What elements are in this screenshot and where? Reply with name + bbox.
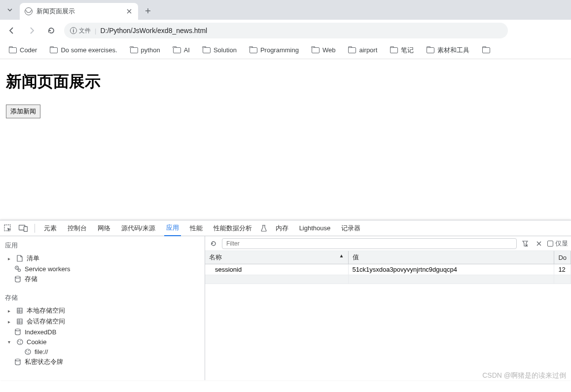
bookmark-item[interactable]	[478, 45, 494, 55]
only-show-toggle[interactable]: 仅显	[547, 239, 568, 248]
grid-icon	[16, 307, 24, 315]
tree-item-manifest[interactable]: ▸ 清单	[0, 253, 205, 264]
svg-point-4	[16, 267, 17, 268]
tree-item-private-tokens[interactable]: 私密状态令牌	[0, 356, 205, 367]
inspect-icon[interactable]	[4, 224, 12, 232]
devtools-main: 仅显 名称▲ 值 Do sessionid 51ck1ysxdoa3povyvy…	[205, 236, 571, 380]
svg-point-10	[17, 339, 23, 345]
close-tab-button[interactable]	[125, 7, 133, 15]
folder-icon	[482, 47, 490, 53]
back-button[interactable]	[5, 24, 19, 37]
address-bar[interactable]: i 文件 | D:/Python/JsWork/exd8_news.html	[64, 23, 508, 38]
svg-point-12	[20, 340, 21, 341]
bookmarks-bar: Coder Do some exercises. python AI Solut…	[0, 41, 571, 59]
grid-icon	[16, 318, 24, 325]
devtools-tab-recorder[interactable]: 记录器	[339, 221, 362, 236]
site-info[interactable]: i 文件	[70, 27, 91, 35]
devtools-tab-lighthouse[interactable]: Lighthouse	[297, 221, 333, 235]
svg-point-18	[15, 359, 20, 361]
folder-icon	[250, 47, 257, 53]
reload-button[interactable]	[44, 24, 58, 37]
devtools-tab-console[interactable]: 控制台	[66, 221, 89, 236]
page-heading: 新闻页面展示	[6, 71, 565, 93]
filter-input[interactable]	[222, 238, 517, 249]
sidebar-section-app: 应用	[0, 238, 205, 253]
experiment-icon	[261, 225, 267, 232]
devtools-body: 应用 ▸ 清单 Service workers 存储 存储 ▸ 本地存储空间	[0, 236, 571, 380]
cell-d: 12	[554, 264, 571, 275]
folder-icon	[50, 47, 58, 53]
bookmark-item[interactable]: Web	[308, 44, 340, 56]
devtools-tab-elements[interactable]: 元素	[42, 221, 59, 236]
cell-name: sessionid	[205, 264, 348, 275]
column-value[interactable]: 值	[348, 251, 554, 264]
document-icon	[16, 254, 24, 262]
database-icon	[14, 275, 22, 283]
devtools-tab-network[interactable]: 网络	[96, 221, 112, 236]
new-tab-button[interactable]	[141, 4, 155, 18]
tree-item-cookie[interactable]: ▾ Cookie	[0, 337, 205, 347]
refresh-button[interactable]	[208, 238, 219, 249]
svg-rect-8	[17, 319, 22, 324]
svg-point-5	[18, 269, 21, 272]
svg-point-17	[28, 353, 29, 354]
column-name[interactable]: 名称▲	[205, 251, 348, 264]
svg-point-9	[15, 329, 20, 331]
svg-point-14	[25, 349, 31, 355]
url-text: D:/Python/JsWork/exd8_news.html	[100, 27, 207, 35]
devtools-tab-performance[interactable]: 性能	[188, 221, 205, 236]
devtools-tab-memory[interactable]: 内存	[274, 221, 290, 236]
add-news-button[interactable]: 添加新闻	[6, 105, 40, 118]
browser-tab[interactable]: 新闻页面展示	[20, 3, 138, 20]
tab-title: 新闻页面展示	[36, 7, 121, 16]
devtools-tab-application[interactable]: 应用	[164, 220, 181, 236]
tree-item-service-workers[interactable]: Service workers	[0, 264, 205, 274]
checkbox-icon	[547, 241, 553, 247]
bookmark-item[interactable]: AI	[169, 44, 194, 56]
site-label: 文件	[79, 27, 91, 35]
tab-strip: 新闻页面展示	[0, 0, 571, 20]
tree-item-indexeddb[interactable]: IndexedDB	[0, 327, 205, 337]
bookmark-item[interactable]: Programming	[246, 44, 303, 56]
bookmark-item[interactable]: Coder	[5, 44, 41, 56]
svg-point-6	[15, 276, 20, 278]
clear-filter-button[interactable]	[520, 238, 531, 249]
folder-icon	[203, 47, 211, 53]
svg-point-13	[20, 343, 21, 344]
cookies-table: 名称▲ 值 Do sessionid 51ck1ysxdoa3povyvynjr…	[205, 251, 571, 284]
info-icon: i	[70, 27, 77, 34]
device-toggle-icon[interactable]	[19, 225, 28, 232]
folder-icon	[312, 47, 320, 53]
browser-chrome: 新闻页面展示 i 文件 | D:/Python/JsWork/exd8_news…	[0, 0, 571, 59]
bookmark-item[interactable]: Solution	[199, 44, 241, 56]
tree-item-session-storage[interactable]: ▸ 会话存储空间	[0, 316, 205, 327]
tree-item-storage[interactable]: 存储	[0, 274, 205, 285]
column-domain[interactable]: Do	[554, 251, 571, 264]
tree-item-cookie-file[interactable]: file://	[0, 347, 205, 356]
bookmark-item[interactable]: airport	[344, 44, 381, 56]
cell-value: 51ck1ysxdoa3povyvynjrtnc9dguqcp4	[348, 264, 554, 275]
forward-button[interactable]	[25, 24, 38, 37]
folder-icon	[390, 47, 398, 53]
browser-toolbar: i 文件 | D:/Python/JsWork/exd8_news.html	[0, 20, 571, 41]
delete-button[interactable]	[534, 238, 544, 249]
application-sidebar: 应用 ▸ 清单 Service workers 存储 存储 ▸ 本地存储空间	[0, 236, 205, 380]
svg-point-15	[26, 351, 27, 352]
bookmark-item[interactable]: 笔记	[386, 44, 418, 57]
folder-icon	[9, 47, 17, 53]
watermark: CSDN @啊猪是的读来过倒	[482, 371, 566, 380]
table-row[interactable]: sessionid 51ck1ysxdoa3povyvynjrtnc9dguqc…	[205, 264, 571, 275]
folder-icon	[173, 47, 181, 53]
bookmark-item[interactable]: python	[126, 44, 164, 56]
bookmark-item[interactable]: 素材和工具	[423, 44, 473, 57]
devtools-tabs: 元素 控制台 网络 源代码/来源 应用 性能 性能数据分析 内存 Lightho…	[0, 220, 571, 236]
cookie-icon	[24, 348, 32, 356]
folder-icon	[348, 47, 356, 53]
svg-point-16	[28, 350, 29, 351]
bookmark-item[interactable]: Do some exercises.	[46, 44, 121, 56]
tree-item-local-storage[interactable]: ▸ 本地存储空间	[0, 305, 205, 316]
devtools-tab-sources[interactable]: 源代码/来源	[119, 221, 157, 236]
database-icon	[14, 358, 22, 366]
tab-search-button[interactable]	[3, 3, 17, 17]
devtools-tab-perfinsights[interactable]: 性能数据分析	[212, 221, 254, 236]
